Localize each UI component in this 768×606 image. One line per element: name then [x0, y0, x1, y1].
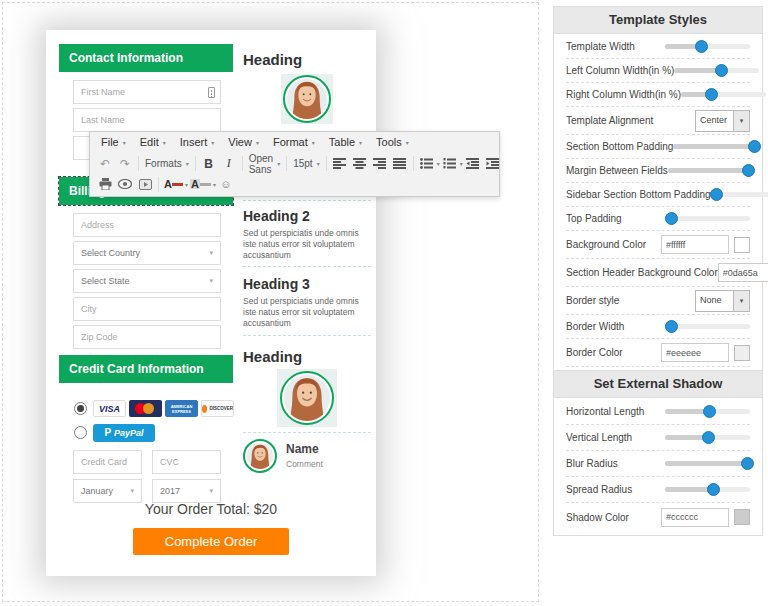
- template-styles-panel: Template Styles Template WidthLeft Colum…: [553, 6, 763, 399]
- first-name-field[interactable]: [74, 81, 220, 103]
- align-justify-icon[interactable]: [390, 155, 410, 173]
- template-canvas[interactable]: Contact Information Billing Address: [2, 2, 539, 602]
- menu-file[interactable]: File▾: [94, 134, 133, 151]
- slider-handle[interactable]: [702, 431, 715, 444]
- card-radio-selected[interactable]: [74, 402, 87, 415]
- slider-margin-between-fields[interactable]: [668, 159, 753, 182]
- slider-right-column-width-in[interactable]: [681, 83, 766, 106]
- content-divider: [243, 200, 371, 201]
- chevron-down-icon: ▾: [123, 139, 126, 146]
- bullet-list-icon[interactable]: [417, 155, 437, 173]
- comment-text: Comment: [286, 459, 323, 469]
- complete-order-button[interactable]: Complete Order: [133, 528, 289, 555]
- menu-tools[interactable]: Tools▾: [369, 134, 416, 151]
- country-select[interactable]: Select Country ▾: [73, 241, 221, 265]
- preview-eye-icon[interactable]: [115, 175, 135, 193]
- slider-horizontal-length[interactable]: [665, 399, 750, 424]
- menu-edit[interactable]: Edit▾: [133, 134, 173, 151]
- address-field[interactable]: [74, 214, 220, 236]
- slider-handle[interactable]: [741, 457, 754, 470]
- menu-table[interactable]: Table▾: [322, 134, 369, 151]
- chevron-down-icon: ▾: [209, 487, 213, 495]
- slider-template-width[interactable]: [665, 35, 750, 58]
- color-input-shadow-color[interactable]: [661, 508, 729, 527]
- color-input-background-color[interactable]: [661, 235, 729, 254]
- setting-label: Section Bottom Padding: [566, 141, 673, 152]
- emoticon-icon[interactable]: ☺: [216, 175, 236, 193]
- slider-handle[interactable]: [695, 40, 708, 53]
- menu-insert[interactable]: Insert▾: [173, 134, 222, 151]
- chevron-down-icon: ▾: [733, 291, 749, 311]
- slider-handle[interactable]: [705, 88, 718, 101]
- redo-icon[interactable]: ↷: [115, 155, 135, 173]
- slider-handle[interactable]: [665, 212, 678, 225]
- slider-handle[interactable]: [715, 64, 728, 77]
- contact-section-header[interactable]: Contact Information: [59, 44, 233, 72]
- chevron-down-icon: ▾: [209, 277, 213, 285]
- align-left-icon[interactable]: [330, 155, 350, 173]
- card-payment-option[interactable]: VISA AMERICAN EXPRESS DISCOVER: [74, 400, 221, 417]
- field-drag-handle-icon[interactable]: [208, 87, 215, 98]
- slider-left-column-width-in[interactable]: [674, 59, 759, 82]
- slider-handle[interactable]: [703, 405, 716, 418]
- color-input-section-header-background-color[interactable]: [718, 263, 768, 282]
- paypal-radio[interactable]: [74, 426, 87, 439]
- slider-section-bottom-padding[interactable]: [673, 135, 758, 158]
- paypal-payment-option[interactable]: P PayPal: [74, 424, 221, 441]
- slider-top-padding[interactable]: [665, 207, 750, 230]
- print-icon[interactable]: [95, 175, 115, 193]
- background-color-button[interactable]: A: [188, 175, 213, 193]
- slider-handle[interactable]: [742, 164, 755, 177]
- slider-handle[interactable]: [748, 140, 761, 153]
- indent-icon[interactable]: [483, 155, 500, 173]
- media-icon[interactable]: [135, 175, 155, 193]
- undo-icon[interactable]: ↶: [95, 155, 115, 173]
- expiry-year-select[interactable]: 2017 ▾: [152, 479, 221, 503]
- menu-format[interactable]: Format▾: [266, 134, 322, 151]
- numbered-list-icon[interactable]: [440, 155, 460, 173]
- content-heading-3: Heading 3: [243, 276, 371, 292]
- slider-vertical-length[interactable]: [665, 425, 750, 450]
- menu-view[interactable]: View▾: [221, 134, 266, 151]
- setting-label: Vertical Length: [566, 432, 632, 443]
- align-center-icon[interactable]: [350, 155, 370, 173]
- formats-dropdown[interactable]: Formats ▾: [142, 155, 192, 173]
- setting-row-border-color: Border Color: [566, 339, 750, 367]
- paypal-logo: P PayPal: [93, 424, 155, 442]
- order-total-text: Your Order Total: $20: [46, 501, 376, 517]
- font-size-dropdown[interactable]: 15pt ▾: [290, 155, 322, 173]
- slider-spread-radius[interactable]: [665, 477, 750, 502]
- cvc-field[interactable]: [153, 451, 220, 473]
- color-swatch[interactable]: [734, 509, 750, 525]
- slider-blur-radius[interactable]: [665, 451, 750, 476]
- align-right-icon[interactable]: [370, 155, 390, 173]
- color-swatch[interactable]: [734, 345, 750, 361]
- color-swatch[interactable]: [734, 237, 750, 253]
- form-builder-app: Contact Information Billing Address: [0, 0, 768, 606]
- select-border-style[interactable]: None▾: [695, 290, 750, 312]
- italic-button[interactable]: I: [219, 155, 239, 173]
- expiry-month-select[interactable]: January ▾: [73, 479, 142, 503]
- content-heading-2: Heading 2: [243, 208, 371, 224]
- font-family-dropdown[interactable]: Open Sans ▾: [246, 155, 283, 173]
- slider-handle[interactable]: [665, 320, 678, 333]
- slider-handle[interactable]: [707, 483, 720, 496]
- city-field[interactable]: [74, 298, 220, 320]
- color-input-border-color[interactable]: [661, 343, 729, 362]
- credit-card-section-header[interactable]: Credit Card Information: [59, 355, 233, 383]
- slider-border-width[interactable]: [665, 315, 750, 338]
- outdent-icon[interactable]: [463, 155, 483, 173]
- zip-field[interactable]: [74, 326, 220, 348]
- chevron-down-icon: ▾: [312, 139, 315, 146]
- bold-button[interactable]: B: [199, 155, 219, 173]
- content-divider: [243, 432, 371, 433]
- state-select[interactable]: Select State ▾: [73, 269, 221, 293]
- comment-avatar: [243, 439, 277, 473]
- select-template-alignment[interactable]: Center▾: [695, 110, 750, 132]
- slider-handle[interactable]: [710, 188, 723, 201]
- text-color-button[interactable]: A: [162, 175, 185, 193]
- credit-card-field[interactable]: [74, 451, 141, 473]
- slider-sidebar-section-bottom-padding[interactable]: [711, 183, 768, 206]
- last-name-field[interactable]: [74, 109, 220, 131]
- chevron-down-icon: ▾: [277, 160, 280, 167]
